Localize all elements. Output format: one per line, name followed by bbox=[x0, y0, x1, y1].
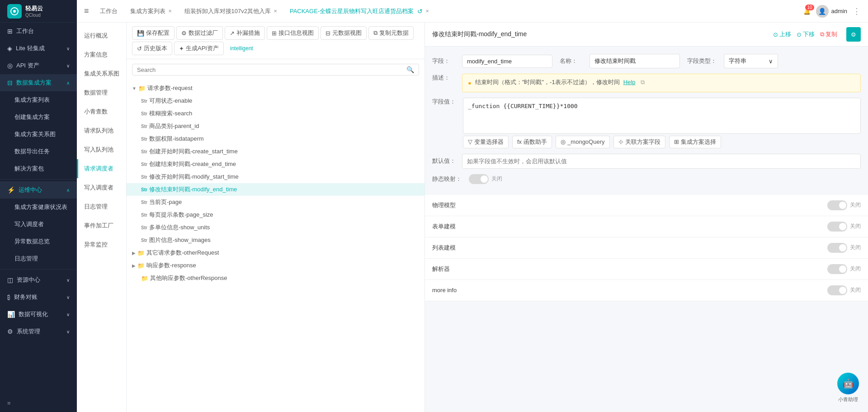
tab-reload-icon[interactable]: ↺ bbox=[417, 8, 423, 15]
tree-label: 商品类别-parent_id bbox=[149, 122, 199, 130]
tree-node-parent-id[interactable]: Str 商品类别-parent_id bbox=[127, 120, 425, 133]
history-btn[interactable]: ↺ 历史版本 bbox=[132, 42, 172, 55]
left-nav-event-factory[interactable]: 事件加工厂 bbox=[77, 216, 126, 235]
tree-node-enable[interactable]: Str 可用状态-enable bbox=[127, 95, 425, 107]
sidebar-item-solution-list[interactable]: 集成方案列表 bbox=[0, 91, 77, 109]
left-nav-xiao-qing[interactable]: 小青查数 bbox=[77, 102, 126, 121]
sidebar-item-solution-relations[interactable]: 集成方案关系图 bbox=[0, 126, 77, 143]
var-selector-btn[interactable]: ▽ 变量选择器 bbox=[463, 136, 509, 148]
intelligent-btn[interactable]: intelligent bbox=[226, 43, 258, 54]
tree-node-create-start[interactable]: Str 创建开始时间戳-create_start_time bbox=[127, 145, 425, 158]
physical-model-switch[interactable] bbox=[827, 200, 847, 210]
close-package-tab[interactable]: ✕ bbox=[425, 9, 429, 14]
tab-unpack[interactable]: 组装拆卸入库对接107v2其他入库 ✕ bbox=[179, 5, 283, 17]
chevron-down-icon[interactable]: ▼ bbox=[132, 86, 137, 91]
left-nav-data-mgmt[interactable]: 数据管理 bbox=[77, 83, 126, 102]
sidebar-item-workspace[interactable]: ⊞ 工作台 bbox=[0, 23, 77, 40]
sidebar-item-api[interactable]: ◎ API 资产 ∨ bbox=[0, 57, 77, 74]
left-nav-plan-info[interactable]: 方案信息 bbox=[77, 45, 126, 64]
form-build-switch[interactable] bbox=[827, 222, 847, 232]
tree-node-other-request[interactable]: ▶ 📁 其它请求参数-otherRequest bbox=[127, 246, 425, 259]
meta-data-btn[interactable]: ⊟ 元数据视图 bbox=[321, 26, 367, 40]
sidebar-item-solution-package[interactable]: 解决方案包 bbox=[0, 160, 77, 177]
field-value[interactable]: modify_end_time bbox=[462, 55, 552, 68]
code-editor[interactable]: _function {{CURRENT_TIME}}*1000 bbox=[463, 98, 861, 134]
tree-node-request-params[interactable]: ▼ 📁 请求参数-request bbox=[127, 82, 425, 95]
down-action[interactable]: ⊙ 下移 bbox=[797, 30, 815, 38]
notification-btn[interactable]: 🔔 10 bbox=[803, 7, 811, 15]
tree-node-isdataperm[interactable]: Str 数据权限-isdataperm bbox=[127, 133, 425, 145]
tree-node-other-response[interactable]: 📁 其他响应参数-otherResponse bbox=[127, 272, 425, 284]
user-info[interactable]: 👤 admin bbox=[816, 5, 847, 18]
left-nav-write-queue[interactable]: 写入队列池 bbox=[77, 140, 126, 159]
type-select[interactable]: 字符串 ∨ bbox=[724, 54, 778, 68]
gen-api-btn[interactable]: ✦ 生成API资产 bbox=[174, 42, 224, 55]
menu-icon[interactable]: ≡ bbox=[84, 6, 89, 16]
sidebar-item-finance[interactable]: ₿ 财务对账 ∨ bbox=[0, 289, 77, 306]
up-action[interactable]: ⊙ 上移 bbox=[773, 30, 791, 38]
sidebar-item-dataviz[interactable]: 📊 数据可视化 ∨ bbox=[0, 306, 77, 323]
copy-desc-icon[interactable]: ⧉ bbox=[641, 78, 645, 87]
static-map-toggle[interactable] bbox=[469, 174, 489, 184]
settings-btn[interactable]: ⚙ bbox=[846, 27, 861, 42]
sidebar-item-sysadmin[interactable]: ⚙ 系统管理 ∨ bbox=[0, 323, 77, 340]
help-link[interactable]: Help bbox=[623, 78, 636, 87]
close-solution-list-tab[interactable]: ✕ bbox=[168, 9, 172, 14]
copy-action[interactable]: ⧉ 复制 bbox=[820, 30, 837, 38]
rel-field-btn[interactable]: ⊹ 关联方案字段 bbox=[613, 136, 665, 148]
sidebar-item-log[interactable]: 日志管理 bbox=[0, 250, 77, 267]
left-nav-write-in-debugger[interactable]: 写入调度者 bbox=[77, 178, 126, 197]
solution-select-btn[interactable]: ⊞ 集成方案选择 bbox=[669, 136, 721, 148]
assistant-avatar[interactable]: 🤖 bbox=[837, 373, 859, 394]
search-input[interactable] bbox=[137, 66, 406, 73]
sidebar-item-data-solution[interactable]: ⊟ 数据集成方案 ∧ bbox=[0, 74, 77, 91]
left-nav-integration-map[interactable]: 集成关系系图 bbox=[77, 64, 126, 83]
tab-workspace[interactable]: 工作台 bbox=[94, 5, 123, 17]
type-label: 字段类型： bbox=[687, 57, 717, 65]
sidebar-item-write-in[interactable]: 写入调度者 bbox=[0, 216, 77, 233]
default-input[interactable] bbox=[462, 154, 861, 169]
sidebar-item-create-solution[interactable]: 创建集成方案 bbox=[0, 109, 77, 126]
chevron-down-icon: ∨ bbox=[66, 46, 70, 51]
close-unpack-tab[interactable]: ✕ bbox=[274, 9, 277, 14]
sidebar-item-ops[interactable]: ⚡ 运维中心 ∧ bbox=[0, 181, 77, 199]
sidebar-collapse-btn[interactable]: ≡ bbox=[0, 394, 77, 412]
sidebar-item-resource[interactable]: ◫ 资源中心 ∨ bbox=[0, 271, 77, 289]
func-helper-btn[interactable]: fx 函数助手 bbox=[512, 136, 552, 148]
chevron-right-icon[interactable]: ▶ bbox=[132, 263, 136, 268]
tab-solution-list[interactable]: 集成方案列表 ✕ bbox=[125, 5, 177, 17]
tree-node-page[interactable]: Str 当前页-page bbox=[127, 196, 425, 208]
sidebar-item-solution-health[interactable]: 集成方案健康状况表 bbox=[0, 199, 77, 216]
tree-node-modify-end[interactable]: Str 修改结束时间戳-modify_end_time bbox=[127, 183, 425, 196]
name-value[interactable]: 修改结束时间戳 bbox=[590, 54, 680, 68]
tree-node-response[interactable]: ▶ 📁 响应参数-response bbox=[127, 259, 425, 272]
left-nav-anomaly-monitor[interactable]: 异常监控 bbox=[77, 235, 126, 254]
chevron-right-icon[interactable]: ▶ bbox=[132, 251, 136, 256]
copy-data-btn[interactable]: ⧉ 复制元数据 bbox=[368, 26, 414, 40]
interface-info-btn[interactable]: ⊞ 接口信息视图 bbox=[267, 26, 319, 40]
more-info-switch[interactable] bbox=[827, 285, 847, 295]
sysadmin-icon: ⚙ bbox=[7, 328, 13, 335]
left-nav-log-mgmt[interactable]: 日志管理 bbox=[77, 197, 126, 216]
mongo-query-btn[interactable]: ◎ _mongoQuery bbox=[556, 136, 609, 148]
tab-package[interactable]: PACKAGE-全蝶云星辰物料写入旺店通货品档案 ↺ ✕ bbox=[284, 5, 434, 17]
sidebar-item-anomaly[interactable]: 异常数据总览 bbox=[0, 233, 77, 250]
tree-node-show-images[interactable]: Str 图片信息-show_images bbox=[127, 234, 425, 246]
left-nav-overview[interactable]: 运行概况 bbox=[77, 26, 126, 45]
left-nav-request-queue[interactable]: 请求队列池 bbox=[77, 121, 126, 140]
left-nav-request-debugger[interactable]: 请求调度者 bbox=[77, 159, 126, 178]
tree-node-search[interactable]: Str 模糊搜索-search bbox=[127, 107, 425, 120]
parser-switch[interactable] bbox=[827, 264, 847, 274]
tree-node-create-end[interactable]: Str 创建结束时间戳-create_end_time bbox=[127, 158, 425, 170]
data-filter-btn[interactable]: ⚙ 数据过滤厂 bbox=[176, 26, 223, 40]
sidebar-item-lite[interactable]: ◈ Lite 轻集成 ∨ bbox=[0, 40, 77, 57]
sidebar-item-data-export[interactable]: 数据导出任务 bbox=[0, 143, 77, 160]
tree-node-page-size[interactable]: Str 每页提示条数-page_size bbox=[127, 208, 425, 221]
more-options-btn[interactable]: ⋮ bbox=[853, 6, 861, 16]
tree-node-show-units[interactable]: Str 多单位信息-show_units bbox=[127, 221, 425, 234]
patch-measure-btn[interactable]: ↗ 补漏措施 bbox=[225, 26, 265, 40]
tree-node-modify-start[interactable]: Str 修改开始时间戳-modify_start_time bbox=[127, 170, 425, 183]
app-logo[interactable]: 轻易云 QCloud bbox=[0, 0, 77, 23]
list-build-switch[interactable] bbox=[827, 243, 847, 253]
save-config-btn[interactable]: 💾 保存配置 bbox=[132, 26, 175, 40]
